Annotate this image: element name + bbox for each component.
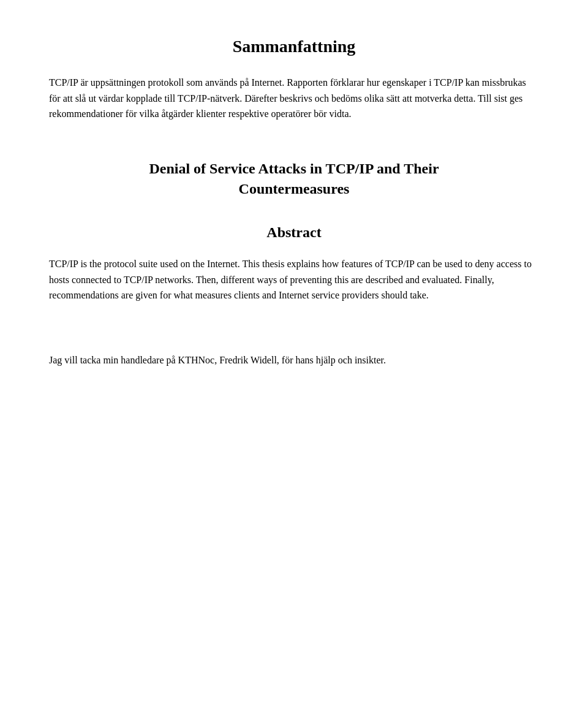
page: Sammanfattning TCP/IP är uppsättningen p… [0,0,588,728]
english-title-block: Denial of Service Attacks in TCP/IP and … [49,159,539,200]
swedish-title: Sammanfattning [49,37,539,56]
english-title-text-line1: Denial of Service Attacks in TCP/IP and … [149,161,439,176]
english-abstract-text: TCP/IP is the protocol suite used on the… [49,256,539,303]
acknowledgement-text: Jag vill tacka min handledare på KTHNoc,… [49,352,539,368]
english-title-text-line2: Countermeasures [239,181,350,197]
swedish-abstract-text: TCP/IP är uppsättningen protokoll som an… [49,75,539,122]
abstract-heading: Abstract [49,224,539,241]
english-abstract-sentence1: TCP/IP is the protocol suite used on the… [49,259,240,269]
english-title-line1: Denial of Service Attacks in TCP/IP and … [49,159,539,200]
